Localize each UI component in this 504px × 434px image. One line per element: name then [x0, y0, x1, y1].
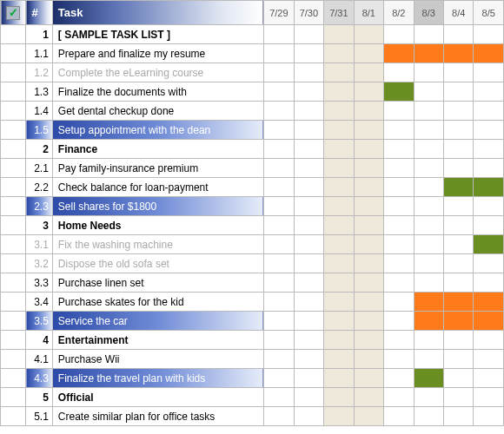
gantt-cell[interactable]	[294, 178, 323, 197]
gantt-cell[interactable]	[384, 235, 414, 254]
gantt-cell[interactable]	[354, 121, 383, 140]
gantt-cell[interactable]	[264, 44, 294, 63]
gantt-cell[interactable]	[294, 273, 323, 293]
gantt-cell[interactable]	[324, 63, 354, 82]
gantt-cell[interactable]	[324, 407, 354, 426]
task-name[interactable]: Prepare and finalize my resume	[52, 44, 263, 63]
gantt-cell[interactable]	[384, 273, 414, 293]
gantt-cell[interactable]	[324, 216, 354, 235]
gantt-cell[interactable]	[324, 159, 354, 178]
gantt-cell[interactable]	[264, 25, 294, 44]
table-row[interactable]: 3Home Needs	[1, 216, 504, 235]
gantt-cell[interactable]	[264, 369, 294, 388]
gantt-cell[interactable]	[354, 331, 383, 350]
gantt-cell[interactable]	[294, 25, 323, 44]
check-cell[interactable]	[1, 25, 26, 44]
gantt-bar[interactable]	[443, 312, 473, 331]
check-cell[interactable]	[1, 121, 26, 140]
gantt-cell[interactable]	[414, 25, 443, 44]
gantt-cell[interactable]	[294, 197, 323, 216]
gantt-bar[interactable]	[474, 312, 504, 331]
table-row[interactable]: 1.3Finalize the documents with	[1, 82, 504, 102]
gantt-cell[interactable]	[443, 388, 473, 407]
check-cell[interactable]	[1, 235, 26, 254]
gantt-cell[interactable]	[384, 254, 414, 273]
task-name[interactable]: [ SAMPLE TASK LIST ]	[52, 25, 263, 44]
check-cell[interactable]	[1, 369, 26, 388]
gantt-cell[interactable]	[443, 216, 473, 235]
gantt-cell[interactable]	[443, 121, 473, 140]
task-name[interactable]: Fix the washing machine	[52, 235, 263, 254]
gantt-cell[interactable]	[354, 388, 383, 407]
gantt-bar[interactable]	[354, 82, 383, 102]
gantt-bar[interactable]	[474, 293, 504, 312]
gantt-cell[interactable]	[324, 273, 354, 293]
check-cell[interactable]	[1, 331, 26, 350]
gantt-cell[interactable]	[384, 25, 414, 44]
gantt-cell[interactable]	[384, 293, 414, 312]
gantt-bar[interactable]	[443, 178, 473, 197]
gantt-cell[interactable]	[294, 350, 323, 369]
task-name[interactable]: Check balance for loan-payment	[52, 178, 263, 197]
gantt-cell[interactable]	[324, 197, 354, 216]
gantt-cell[interactable]	[443, 140, 473, 159]
gantt-bar[interactable]	[414, 44, 443, 63]
gantt-cell[interactable]	[324, 44, 354, 63]
gantt-cell[interactable]	[294, 44, 323, 63]
check-cell[interactable]	[1, 312, 26, 331]
gantt-cell[interactable]	[354, 235, 383, 254]
date-header[interactable]: 7/29	[264, 1, 294, 25]
gantt-cell[interactable]	[324, 25, 354, 44]
gantt-bar[interactable]	[414, 369, 443, 388]
check-cell[interactable]	[1, 140, 26, 159]
gantt-cell[interactable]	[443, 254, 473, 273]
gantt-cell[interactable]	[354, 216, 383, 235]
gantt-cell[interactable]	[354, 254, 383, 273]
gantt-cell[interactable]	[264, 102, 294, 121]
gantt-cell[interactable]	[264, 82, 294, 102]
gantt-cell[interactable]	[264, 63, 294, 82]
gantt-cell[interactable]	[443, 25, 473, 44]
task-name[interactable]: Purchase Wii	[52, 350, 263, 369]
gantt-bar[interactable]	[414, 293, 443, 312]
check-cell[interactable]	[1, 102, 26, 121]
gantt-cell[interactable]	[443, 331, 473, 350]
check-cell[interactable]	[1, 197, 26, 216]
gantt-cell[interactable]	[384, 216, 414, 235]
gantt-cell[interactable]	[264, 178, 294, 197]
gantt-cell[interactable]	[443, 369, 473, 388]
gantt-cell[interactable]	[443, 159, 473, 178]
date-header[interactable]: 7/31	[324, 1, 354, 25]
check-cell[interactable]	[1, 273, 26, 293]
gantt-cell[interactable]	[443, 102, 473, 121]
gantt-bar[interactable]	[354, 63, 383, 82]
table-row[interactable]: 3.4Purchase skates for the kid	[1, 293, 504, 312]
gantt-cell[interactable]	[264, 216, 294, 235]
table-row[interactable]: 2.3Sell shares for $1800	[1, 197, 504, 216]
gantt-cell[interactable]	[354, 407, 383, 426]
gantt-cell[interactable]	[324, 178, 354, 197]
gantt-cell[interactable]	[384, 407, 414, 426]
gantt-cell[interactable]	[354, 140, 383, 159]
gantt-cell[interactable]	[294, 63, 323, 82]
gantt-cell[interactable]	[414, 235, 443, 254]
check-cell[interactable]	[1, 44, 26, 63]
gantt-cell[interactable]	[264, 293, 294, 312]
date-header[interactable]: 8/3	[414, 1, 443, 25]
gantt-cell[interactable]	[294, 407, 323, 426]
gantt-cell[interactable]	[294, 331, 323, 350]
gantt-cell[interactable]	[443, 350, 473, 369]
gantt-cell[interactable]	[354, 293, 383, 312]
gantt-cell[interactable]	[324, 235, 354, 254]
task-name[interactable]: Create similar plan for office tasks	[52, 407, 263, 426]
gantt-cell[interactable]	[474, 121, 504, 140]
num-header[interactable]: #	[26, 1, 52, 25]
gantt-cell[interactable]	[264, 388, 294, 407]
gantt-cell[interactable]	[443, 82, 473, 102]
gantt-cell[interactable]	[414, 216, 443, 235]
gantt-cell[interactable]	[384, 350, 414, 369]
gantt-cell[interactable]	[384, 197, 414, 216]
table-row[interactable]: 2Finance	[1, 140, 504, 159]
date-header[interactable]: 8/2	[384, 1, 414, 25]
table-row[interactable]: 5.1Create similar plan for office tasks	[1, 407, 504, 426]
